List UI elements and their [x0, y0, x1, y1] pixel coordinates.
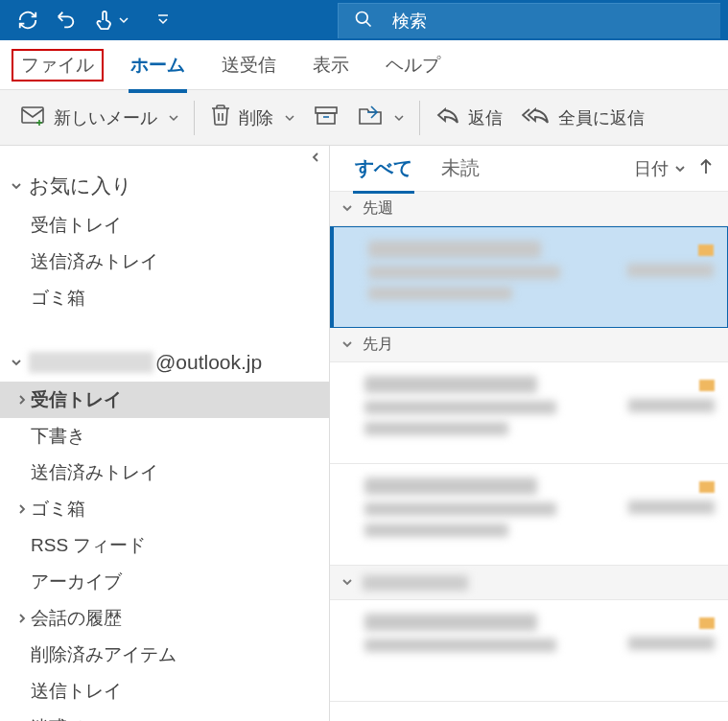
- menu-home[interactable]: ホーム: [121, 47, 195, 83]
- sort-direction-icon[interactable]: [699, 158, 713, 179]
- message-date-redacted: [628, 399, 715, 412]
- flag-icon: [699, 617, 715, 629]
- message-preview-redacted: [364, 422, 508, 435]
- chevron-down-icon: [10, 174, 23, 198]
- message-list-pane: すべて 未読 日付 先週: [330, 146, 728, 721]
- menu-bar: ファイル ホーム 送受信 表示 ヘルプ: [0, 40, 728, 90]
- folder-conversation-history[interactable]: 会話の履歴: [0, 600, 329, 637]
- flag-icon: [699, 481, 715, 493]
- search-icon: [354, 10, 373, 33]
- folder-pane: お気に入り 受信トレイ 送信済みトレイ ゴミ箱 @outlook.jp 受信トレ…: [0, 146, 330, 721]
- account-suffix: @outlook.jp: [155, 351, 262, 374]
- new-mail-label: 新しいメール: [54, 106, 157, 129]
- tab-unread[interactable]: 未読: [432, 148, 489, 189]
- chevron-down-icon: [169, 113, 178, 123]
- collapse-pane-icon[interactable]: [310, 150, 321, 167]
- folder-rss[interactable]: RSS フィード: [0, 527, 329, 564]
- search-box[interactable]: 検索: [338, 3, 720, 38]
- move-folder-icon: [358, 105, 383, 130]
- folder-drafts[interactable]: 下書き: [0, 418, 329, 454]
- ribbon-toolbar: 新しいメール 削除 返信: [0, 90, 728, 146]
- message-subject-redacted: [368, 266, 560, 279]
- message-item[interactable]: [330, 600, 728, 702]
- message-date-redacted: [627, 264, 714, 277]
- menu-view[interactable]: 表示: [303, 47, 359, 83]
- customize-qat-icon[interactable]: [157, 13, 169, 27]
- chevron-right-icon: [13, 499, 31, 520]
- group-header-last-month[interactable]: 先月: [330, 328, 728, 362]
- archive-button[interactable]: [304, 90, 348, 145]
- sync-icon[interactable]: [17, 10, 38, 31]
- menu-send-receive[interactable]: 送受信: [212, 47, 286, 83]
- mail-icon: [21, 105, 46, 130]
- reply-label: 返信: [468, 106, 503, 129]
- chevron-down-icon: [341, 337, 353, 354]
- folder-trash[interactable]: ゴミ箱: [0, 491, 329, 527]
- archive-icon: [314, 105, 339, 130]
- flag-icon: [699, 380, 715, 391]
- quick-access-toolbar: [8, 10, 169, 31]
- message-list-header: すべて 未読 日付: [330, 146, 728, 192]
- trash-label: ゴミ箱: [31, 497, 85, 522]
- delete-label: 削除: [239, 106, 273, 129]
- chevron-down-icon: [285, 113, 294, 123]
- message-subject-redacted: [364, 401, 556, 414]
- trash-icon: [210, 104, 231, 131]
- undo-icon[interactable]: [56, 10, 77, 31]
- folder-trash-fav[interactable]: ゴミ箱: [0, 280, 329, 316]
- favorites-header[interactable]: お気に入り: [0, 159, 329, 207]
- message-sender-redacted: [368, 241, 541, 258]
- folder-inbox[interactable]: 受信トレイ: [0, 382, 329, 418]
- folder-outbox[interactable]: 送信トレイ: [0, 673, 329, 709]
- message-date-redacted: [628, 637, 715, 650]
- move-button[interactable]: [348, 90, 413, 145]
- sort-dropdown[interactable]: 日付: [634, 157, 686, 180]
- search-placeholder: 検索: [392, 10, 427, 33]
- folder-sent-fav[interactable]: 送信済みトレイ: [0, 244, 329, 280]
- message-preview-redacted: [364, 523, 508, 537]
- chevron-down-icon: [674, 163, 686, 174]
- favorites-label: お気に入り: [29, 173, 132, 199]
- folder-junk[interactable]: 迷惑メール: [0, 709, 329, 721]
- group-label-redacted: [363, 575, 468, 591]
- chevron-down-icon: [394, 113, 404, 123]
- reply-all-label: 全員に返信: [558, 106, 645, 129]
- folder-archive[interactable]: アーカイブ: [0, 564, 329, 600]
- message-subject-redacted: [364, 639, 556, 652]
- message-sender-redacted: [364, 477, 537, 495]
- message-sender-redacted: [364, 614, 537, 631]
- touch-mode-icon[interactable]: [94, 10, 129, 31]
- account-header[interactable]: @outlook.jp: [0, 337, 329, 382]
- reply-all-icon: [522, 105, 551, 130]
- delete-button[interactable]: 削除: [200, 90, 304, 145]
- reply-button[interactable]: 返信: [426, 90, 512, 145]
- svg-rect-3: [317, 113, 335, 124]
- folder-deleted-items[interactable]: 削除済みアイテム: [0, 637, 329, 673]
- group-header-last-week[interactable]: 先週: [330, 192, 728, 226]
- chevron-down-icon: [10, 351, 23, 374]
- account-name-redacted: [29, 352, 153, 373]
- folder-sent[interactable]: 送信済みトレイ: [0, 454, 329, 491]
- group-label: 先週: [363, 198, 393, 219]
- title-bar: 検索: [0, 0, 728, 40]
- group-label: 先月: [363, 335, 393, 355]
- sort-label: 日付: [634, 157, 669, 180]
- message-preview-redacted: [368, 287, 512, 300]
- folder-inbox-fav[interactable]: 受信トレイ: [0, 207, 329, 244]
- inbox-label: 受信トレイ: [31, 387, 122, 412]
- tab-all[interactable]: すべて: [345, 148, 422, 189]
- group-header-redacted[interactable]: [330, 566, 728, 600]
- message-item[interactable]: [330, 362, 728, 464]
- chevron-down-icon: [341, 200, 353, 218]
- message-item[interactable]: [330, 226, 728, 328]
- menu-file[interactable]: ファイル: [12, 49, 104, 81]
- svg-rect-2: [316, 107, 337, 113]
- new-mail-button[interactable]: 新しいメール: [12, 90, 188, 145]
- message-date-redacted: [628, 500, 715, 514]
- reply-all-button[interactable]: 全員に返信: [512, 90, 654, 145]
- message-sender-redacted: [364, 376, 537, 393]
- message-subject-redacted: [364, 502, 556, 516]
- separator: [194, 101, 195, 135]
- message-item[interactable]: [330, 464, 728, 566]
- menu-help[interactable]: ヘルプ: [376, 47, 450, 83]
